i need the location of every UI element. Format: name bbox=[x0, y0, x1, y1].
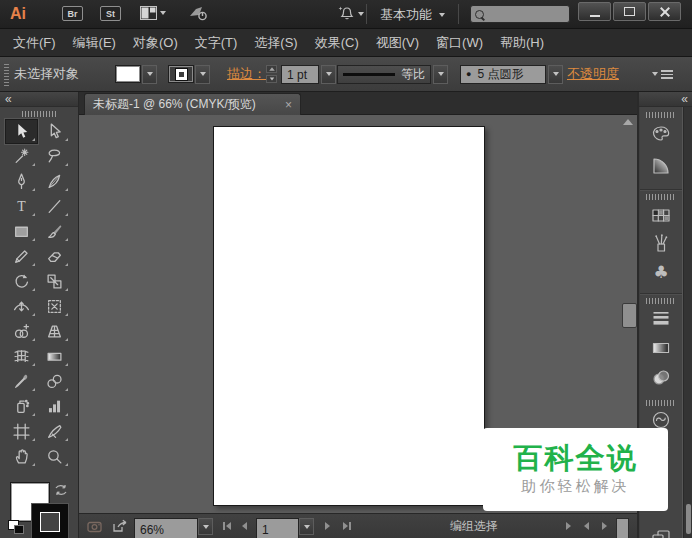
menu-window[interactable]: 窗口(W) bbox=[436, 34, 483, 52]
perspective-grid-tool-button[interactable] bbox=[38, 319, 71, 344]
document-tab[interactable]: 未标题-1 @ 66% (CMYK/预览) × bbox=[84, 93, 301, 115]
menu-object[interactable]: 对象(O) bbox=[133, 34, 178, 52]
previous-artboard-button[interactable] bbox=[239, 514, 250, 538]
sync-status-button[interactable] bbox=[337, 5, 364, 22]
direct-selection-tool-button[interactable] bbox=[38, 119, 71, 144]
scale-tool-button[interactable] bbox=[38, 269, 71, 294]
workspace-switcher[interactable]: 基本功能 bbox=[380, 6, 445, 24]
stock-button[interactable]: St bbox=[100, 6, 121, 21]
brush-select[interactable]: ● 5 点圆形 bbox=[460, 65, 546, 84]
swap-fill-stroke-icon[interactable] bbox=[54, 484, 68, 496]
dock-grip[interactable] bbox=[646, 298, 676, 304]
symbol-sprayer-tool-button[interactable] bbox=[5, 394, 38, 419]
scroll-right-arrow[interactable] bbox=[599, 514, 610, 538]
stroke-weight-input[interactable]: 1 pt bbox=[281, 65, 319, 84]
selection-tool-button[interactable] bbox=[5, 119, 38, 144]
artboards-panel-button[interactable] bbox=[640, 527, 682, 538]
bridge-button[interactable]: Br bbox=[62, 6, 83, 21]
rectangle-tool-button[interactable] bbox=[5, 219, 38, 244]
menu-effect[interactable]: 效果(C) bbox=[315, 34, 359, 52]
content-collector-icon[interactable] bbox=[87, 514, 103, 538]
magic-wand-tool-button[interactable] bbox=[5, 144, 38, 169]
tools-panel-grip[interactable] bbox=[22, 111, 58, 117]
dock-grip[interactable] bbox=[646, 194, 676, 200]
vertical-scrollbar-thumb[interactable] bbox=[622, 303, 637, 328]
type-tool-button[interactable]: T bbox=[5, 194, 38, 219]
menu-type[interactable]: 文字(T) bbox=[195, 34, 238, 52]
blend-tool-button[interactable] bbox=[38, 369, 71, 394]
menu-file[interactable]: 文件(F) bbox=[13, 34, 56, 52]
column-graph-tool-button[interactable] bbox=[38, 394, 71, 419]
eyedropper-tool-button[interactable] bbox=[5, 369, 38, 394]
transparency-panel-button[interactable] bbox=[640, 367, 682, 389]
gradient-tool-button[interactable] bbox=[38, 344, 71, 369]
width-profile-select[interactable]: 等比 bbox=[337, 65, 431, 84]
control-bar-grip[interactable] bbox=[4, 62, 9, 86]
hand-tool-button[interactable] bbox=[5, 444, 38, 469]
scroll-left-arrow[interactable] bbox=[581, 514, 592, 538]
slice-tool-button[interactable] bbox=[38, 419, 71, 444]
dock-grip[interactable] bbox=[646, 400, 676, 406]
stroke-panel-button[interactable] bbox=[640, 307, 682, 329]
artboard-tool-button[interactable] bbox=[5, 419, 38, 444]
stroke-panel-link[interactable]: 描边： bbox=[227, 65, 266, 83]
artboard-number-dropdown[interactable] bbox=[299, 518, 314, 535]
minimize-button[interactable] bbox=[578, 2, 611, 21]
menu-help[interactable]: 帮助(H) bbox=[500, 34, 544, 52]
stroke-weight-dropdown[interactable] bbox=[321, 65, 336, 84]
default-fill-stroke-button[interactable] bbox=[8, 520, 23, 532]
close-button[interactable] bbox=[648, 2, 681, 21]
cs-live-button[interactable] bbox=[188, 5, 208, 26]
maximize-button[interactable] bbox=[613, 2, 646, 21]
tools-panel-header[interactable]: « bbox=[0, 92, 78, 107]
tab-close-icon[interactable]: × bbox=[285, 99, 292, 111]
control-panel-menu-button[interactable] bbox=[652, 70, 673, 79]
pen-tool-button[interactable] bbox=[5, 169, 38, 194]
color-guide-panel-button[interactable] bbox=[640, 155, 682, 177]
fill-color-swatch[interactable] bbox=[115, 65, 141, 83]
stroke-color-swatch[interactable] bbox=[168, 65, 194, 83]
zoom-tool-button[interactable] bbox=[38, 444, 71, 469]
lasso-tool-button[interactable] bbox=[38, 144, 71, 169]
swatches-panel-button[interactable] bbox=[640, 205, 682, 227]
stroke-swatch-proxy[interactable] bbox=[31, 503, 69, 538]
arrange-documents-button[interactable] bbox=[140, 6, 166, 20]
status-menu-arrow[interactable] bbox=[566, 514, 571, 538]
brush-dropdown[interactable] bbox=[548, 65, 563, 84]
paintbrush-tool-button[interactable] bbox=[38, 219, 71, 244]
gradient-panel-button[interactable] bbox=[640, 337, 682, 359]
line-segment-tool-button[interactable] bbox=[38, 194, 71, 219]
dock-grip[interactable] bbox=[646, 112, 676, 118]
zoom-level-dropdown[interactable] bbox=[198, 518, 213, 535]
artboard-canvas[interactable] bbox=[213, 126, 485, 506]
rotate-tool-button[interactable] bbox=[5, 269, 38, 294]
scroll-up-arrow[interactable] bbox=[623, 119, 633, 125]
share-icon[interactable] bbox=[112, 514, 129, 538]
width-profile-dropdown[interactable] bbox=[433, 65, 448, 84]
stroke-color-dropdown[interactable] bbox=[195, 65, 210, 84]
menu-view[interactable]: 视图(V) bbox=[376, 34, 419, 52]
next-artboard-button[interactable] bbox=[322, 514, 333, 538]
color-panel-button[interactable] bbox=[640, 124, 682, 146]
pencil-tool-button[interactable] bbox=[5, 244, 38, 269]
symbols-panel-button[interactable]: ♣ bbox=[640, 261, 682, 283]
artboard-number-input[interactable]: 1 bbox=[256, 518, 299, 538]
dock-scrollbar-thumb[interactable] bbox=[686, 504, 691, 534]
mesh-tool-button[interactable] bbox=[5, 344, 38, 369]
width-tool-button[interactable] bbox=[5, 294, 38, 319]
zoom-level-input[interactable]: 66% bbox=[134, 518, 198, 538]
menu-edit[interactable]: 编辑(E) bbox=[73, 34, 116, 52]
curvature-pen-tool-button[interactable] bbox=[38, 169, 71, 194]
free-transform-tool-button[interactable] bbox=[38, 294, 71, 319]
dock-header[interactable]: « bbox=[639, 92, 692, 107]
stroke-weight-stepper[interactable] bbox=[266, 65, 277, 83]
fill-color-dropdown[interactable] bbox=[142, 65, 157, 84]
shape-builder-tool-button[interactable] bbox=[5, 319, 38, 344]
first-artboard-button[interactable] bbox=[220, 514, 234, 538]
search-input[interactable] bbox=[470, 5, 570, 23]
horizontal-scrollbar-thumb[interactable] bbox=[616, 518, 629, 538]
opacity-panel-link[interactable]: 不透明度 bbox=[567, 65, 619, 83]
eraser-tool-button[interactable] bbox=[38, 244, 71, 269]
menu-select[interactable]: 选择(S) bbox=[254, 34, 297, 52]
last-artboard-button[interactable] bbox=[340, 514, 354, 538]
